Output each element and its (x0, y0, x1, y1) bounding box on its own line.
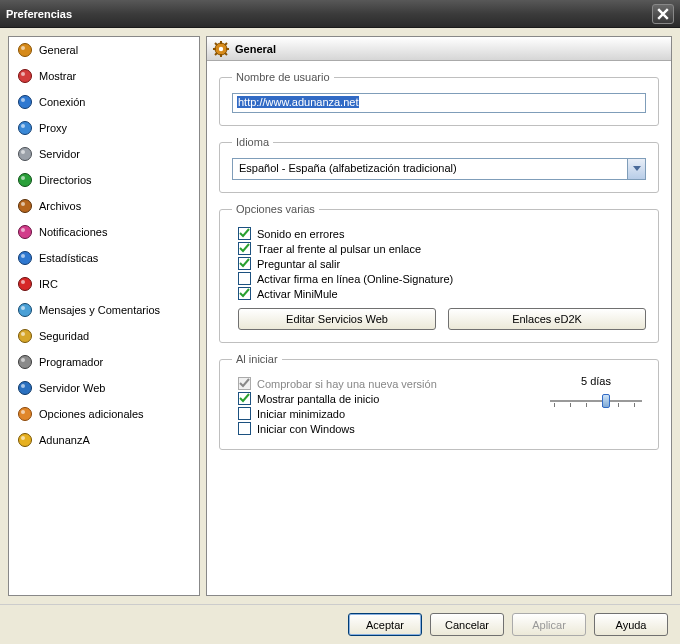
svg-line-40 (225, 43, 227, 45)
lock-icon (17, 328, 33, 344)
dropdown-button[interactable] (627, 159, 645, 179)
sidebar-item-12[interactable]: Programador (9, 349, 199, 375)
sidebar-item-11[interactable]: Seguridad (9, 323, 199, 349)
files-icon (17, 198, 33, 214)
misc-check-2[interactable]: Preguntar al salir (232, 257, 646, 270)
edit-web-services-button[interactable]: Editar Servicios Web (238, 308, 436, 330)
titlebar: Preferencias (0, 0, 680, 28)
username-input[interactable]: http://www.adunanza.net (232, 93, 646, 113)
svg-line-39 (225, 53, 227, 55)
misc-check-3[interactable]: Activar firma en línea (Online-Signature… (232, 272, 646, 285)
group-username: Nombre de usuario http://www.adunanza.ne… (219, 71, 659, 126)
sidebar-item-9[interactable]: IRC (9, 271, 199, 297)
svg-point-10 (19, 174, 32, 187)
group-username-legend: Nombre de usuario (232, 71, 334, 83)
sidebar-item-6[interactable]: Archivos (9, 193, 199, 219)
sidebar-item-8[interactable]: Estadísticas (9, 245, 199, 271)
group-language: Idioma Español - España (alfabetización … (219, 136, 659, 193)
startup-check-2[interactable]: Iniciar minimizado (232, 407, 546, 420)
footer: Aceptar Cancelar Aplicar Ayuda (0, 604, 680, 644)
ed2k-links-button[interactable]: Enlaces eD2K (448, 308, 646, 330)
bell-icon (17, 224, 33, 240)
startup-check-1[interactable]: Mostrar pantalla de inicio (232, 392, 546, 405)
group-misc-legend: Opciones varias (232, 203, 319, 215)
svg-point-21 (21, 306, 25, 310)
sidebar-item-label: Archivos (39, 200, 81, 212)
sidebar-item-14[interactable]: Opciones adicionales (9, 401, 199, 427)
sidebar-item-0[interactable]: General (9, 37, 199, 63)
svg-point-15 (21, 228, 25, 232)
svg-point-8 (19, 148, 32, 161)
checkbox-icon (238, 227, 251, 240)
checkbox-label: Iniciar con Windows (257, 423, 355, 435)
group-startup-legend: Al iniciar (232, 353, 282, 365)
svg-point-26 (19, 382, 32, 395)
window-body: GeneralMostrarConexiónProxyServidorDirec… (0, 28, 680, 604)
misc-check-4[interactable]: Activar MiniMule (232, 287, 646, 300)
language-select[interactable]: Español - España (alfabetización tradici… (232, 158, 646, 180)
slider-track (550, 400, 642, 402)
svg-point-6 (19, 122, 32, 135)
svg-point-14 (19, 226, 32, 239)
help-button[interactable]: Ayuda (594, 613, 668, 636)
sidebar-item-label: Mensajes y Comentarios (39, 304, 160, 316)
ok-button[interactable]: Aceptar (348, 613, 422, 636)
svg-point-24 (19, 356, 32, 369)
sidebar-item-7[interactable]: Notificaciones (9, 219, 199, 245)
display-icon (17, 68, 33, 84)
svg-point-16 (19, 252, 32, 265)
sidebar-item-4[interactable]: Servidor (9, 141, 199, 167)
window-title: Preferencias (6, 8, 652, 20)
checkbox-label: Comprobar si hay una nueva versión (257, 378, 437, 390)
sidebar-item-label: IRC (39, 278, 58, 290)
sidebar-item-1[interactable]: Mostrar (9, 63, 199, 89)
sidebar-item-label: Notificaciones (39, 226, 107, 238)
svg-point-0 (19, 44, 32, 57)
sidebar-item-label: Programador (39, 356, 103, 368)
checkbox-label: Preguntar al salir (257, 258, 340, 270)
startup-check-3[interactable]: Iniciar con Windows (232, 422, 546, 435)
sidebar-item-label: Mostrar (39, 70, 76, 82)
svg-point-20 (19, 304, 32, 317)
misc-check-1[interactable]: Traer al frente al pulsar un enlace (232, 242, 646, 255)
sidebar-item-2[interactable]: Conexión (9, 89, 199, 115)
sidebar-item-5[interactable]: Directorios (9, 167, 199, 193)
close-button[interactable] (652, 4, 674, 24)
sidebar-item-label: General (39, 44, 78, 56)
slider-thumb[interactable] (602, 394, 610, 408)
sidebar-item-15[interactable]: AdunanzA (9, 427, 199, 453)
sidebar-item-label: Conexión (39, 96, 85, 108)
sidebar-item-13[interactable]: Servidor Web (9, 375, 199, 401)
svg-line-38 (215, 43, 217, 45)
svg-point-2 (19, 70, 32, 83)
svg-point-29 (21, 410, 25, 414)
sidebar-item-10[interactable]: Mensajes y Comentarios (9, 297, 199, 323)
cancel-button[interactable]: Cancelar (430, 613, 504, 636)
sidebar-item-label: Servidor (39, 148, 80, 160)
checkbox-icon (238, 287, 251, 300)
sidebar-item-label: Servidor Web (39, 382, 105, 394)
svg-point-12 (19, 200, 32, 213)
svg-point-31 (21, 436, 25, 440)
misc-check-0[interactable]: Sonido en errores (232, 227, 646, 240)
chat-icon (17, 302, 33, 318)
update-days-slider[interactable] (546, 391, 646, 411)
sidebar-item-label: Estadísticas (39, 252, 98, 264)
group-startup: Al iniciar Comprobar si hay una nueva ve… (219, 353, 659, 450)
irc-icon (17, 276, 33, 292)
sidebar-item-3[interactable]: Proxy (9, 115, 199, 141)
checkbox-label: Activar MiniMule (257, 288, 338, 300)
checkbox-icon (238, 257, 251, 270)
checkbox-icon (238, 392, 251, 405)
svg-point-7 (21, 124, 25, 128)
checkbox-icon (238, 272, 251, 285)
svg-point-18 (19, 278, 32, 291)
sidebar-item-label: Proxy (39, 122, 67, 134)
sidebar-item-label: Opciones adicionales (39, 408, 144, 420)
update-days-label: 5 días (546, 375, 646, 387)
startup-check-0: Comprobar si hay una nueva versión (232, 377, 546, 390)
svg-point-4 (19, 96, 32, 109)
svg-point-33 (219, 46, 223, 50)
apply-button[interactable]: Aplicar (512, 613, 586, 636)
checkbox-label: Activar firma en línea (Online-Signature… (257, 273, 453, 285)
